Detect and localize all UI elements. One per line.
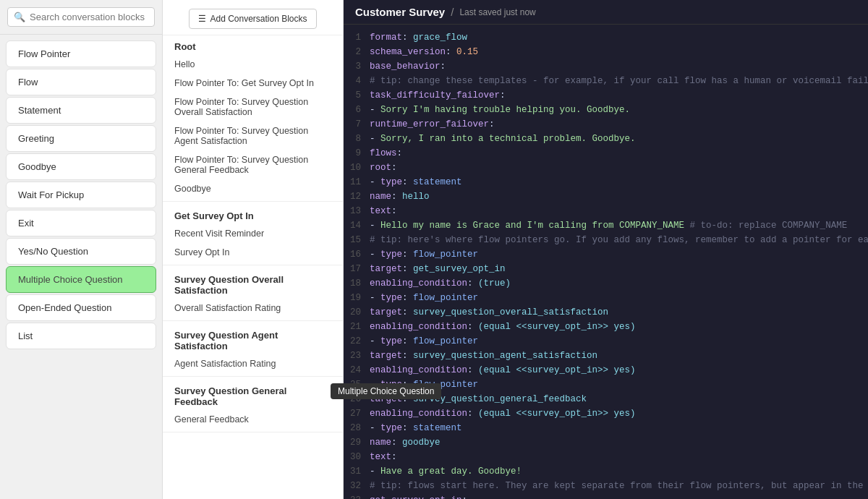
token-dash: - [370, 134, 380, 144]
add-blocks-label: Add Conversation Blocks [210, 14, 307, 24]
token-p: : [391, 192, 402, 202]
code-line: 28 - type: statement [344, 421, 868, 435]
block-item[interactable]: Statement [6, 97, 156, 124]
code-line: 18 enabling_condition: (true) [344, 276, 868, 291]
code-line: 22 - type: flow_pointer [344, 334, 868, 349]
token-type: statement [413, 423, 462, 433]
line-number: 16 [344, 247, 370, 262]
token-val: grace_flow [413, 33, 467, 43]
block-item[interactable]: Multiple Choice Question [6, 266, 156, 293]
line-code: enabling_condition: (true) [370, 276, 511, 291]
block-item[interactable]: Goodbye [6, 153, 156, 180]
line-code: enabling_condition: (equal <<survey_opt_… [370, 406, 636, 421]
token-type: flow_pointer [413, 336, 478, 346]
add-icon: ☰ [198, 14, 206, 24]
block-item[interactable]: Flow Pointer [6, 40, 156, 67]
token-dash: - [370, 466, 380, 477]
token-type: statement [413, 177, 462, 187]
line-number: 2 [344, 45, 370, 59]
token-name: get_survey_opt_in [413, 264, 506, 274]
token-key: name [370, 192, 391, 202]
line-code: target: get_survey_opt_in [370, 262, 506, 276]
block-list: Flow PointerFlowStatementGreetingGoodbye… [0, 35, 162, 499]
search-input[interactable] [30, 12, 148, 22]
line-number: 11 [344, 175, 370, 189]
line-number: 4 [344, 74, 370, 88]
middle-item[interactable]: General Feedback [163, 410, 343, 429]
block-item[interactable]: List [6, 323, 156, 349]
block-item[interactable]: Exit [6, 210, 156, 236]
token-p: : [397, 148, 403, 158]
token-p: : [462, 495, 468, 499]
middle-item[interactable]: Flow Pointer To: Survey Question Overall… [163, 93, 343, 121]
block-item[interactable]: Greeting [6, 125, 156, 152]
code-line: 12 name: hello [344, 189, 868, 204]
line-code: name: hello [370, 189, 430, 204]
token-key: format [370, 33, 402, 43]
middle-item[interactable]: Flow Pointer To: Survey Question General… [163, 150, 343, 179]
left-sidebar: 🔍 Flow PointerFlowStatementGreetingGoodb… [0, 0, 163, 499]
middle-item[interactable]: Recent Visit Reminder [163, 224, 343, 243]
search-input-wrapper[interactable]: 🔍 [7, 7, 155, 27]
token-p: : [441, 61, 446, 72]
line-number: 19 [344, 291, 370, 305]
token-str: Sorry, I ran into a technical problem. G… [380, 134, 636, 144]
middle-section-title: Get Survey Opt In [163, 205, 343, 224]
token-str: Sorry I'm having trouble helping you. Go… [380, 105, 630, 115]
line-code: - Hello my name is Grace and I'm calling… [370, 218, 847, 233]
code-line: 2schema_version: 0.15 [344, 45, 868, 59]
token-p: : [467, 409, 478, 419]
line-code: get_survey_opt_in: [370, 493, 467, 499]
code-panel: Customer Survey / Last saved just now 1f… [344, 0, 868, 499]
token-name: survey_question_agent_satisfaction [413, 351, 597, 361]
token-key: text [370, 452, 391, 462]
token-comment: # tip: change these templates - for exam… [370, 76, 868, 86]
block-item[interactable]: Wait For Pickup [6, 182, 156, 208]
code-line: 24 enabling_condition: (equal <<survey_o… [344, 363, 868, 378]
middle-section-title: Survey Question General Feedback [163, 380, 343, 410]
token-p: : [402, 33, 413, 43]
token-type: flow_pointer [413, 380, 478, 390]
middle-item[interactable]: Flow Pointer To: Get Survey Opt In [163, 74, 343, 93]
token-p: : [391, 206, 397, 216]
line-code: # tip: change these templates - for exam… [370, 74, 868, 88]
token-key: flows [370, 148, 397, 158]
section-divider [163, 320, 343, 321]
middle-item[interactable]: Hello [163, 55, 343, 74]
code-title: Customer Survey [355, 6, 445, 18]
line-code: name: goodbye [370, 435, 441, 450]
code-line: 3base_behavior: [344, 59, 868, 74]
middle-item[interactable]: Goodbye [163, 179, 343, 198]
code-line: 9flows: [344, 146, 868, 161]
code-line: 25 - type: flow_pointer [344, 378, 868, 392]
line-code: format: grace_flow [370, 30, 467, 45]
middle-sections: RootHelloFlow Pointer To: Get Survey Opt… [163, 35, 343, 499]
add-conversation-blocks-button[interactable]: ☰ Add Conversation Blocks [189, 9, 316, 29]
line-number: 8 [344, 132, 370, 146]
code-line: 33 get_survey_opt_in: [344, 493, 868, 499]
middle-item[interactable]: Agent Satisfaction Rating [163, 354, 343, 373]
middle-item[interactable]: Overall Satisfaction Rating [163, 299, 343, 317]
middle-item[interactable]: Survey Opt In [163, 243, 343, 262]
line-code: base_behavior: [370, 59, 446, 74]
section-divider [163, 201, 343, 202]
token-type: flow_pointer [413, 293, 478, 303]
line-number: 27 [344, 406, 370, 421]
search-icon: 🔍 [14, 12, 25, 22]
token-dash: - [370, 250, 380, 260]
code-line: 5 task_difficulty_failover: [344, 88, 868, 103]
token-dash: - [370, 423, 380, 433]
middle-item[interactable]: Flow Pointer To: Survey Question Agent S… [163, 121, 343, 150]
code-content[interactable]: 1format: grace_flow2schema_version: 0.15… [344, 25, 868, 499]
block-item[interactable]: Open-Ended Question [6, 294, 156, 321]
token-key: name [370, 438, 391, 448]
line-number: 6 [344, 103, 370, 117]
token-p: : [402, 423, 413, 433]
code-line: 26 target: survey_question_general_feedb… [344, 392, 868, 406]
block-item[interactable]: Yes/No Question [6, 238, 156, 265]
section-divider [163, 265, 343, 265]
block-item[interactable]: Flow [6, 69, 156, 95]
line-number: 5 [344, 88, 370, 103]
code-line: 8 - Sorry, I ran into a technical proble… [344, 132, 868, 146]
code-saved-status: Last saved just now [459, 7, 535, 17]
